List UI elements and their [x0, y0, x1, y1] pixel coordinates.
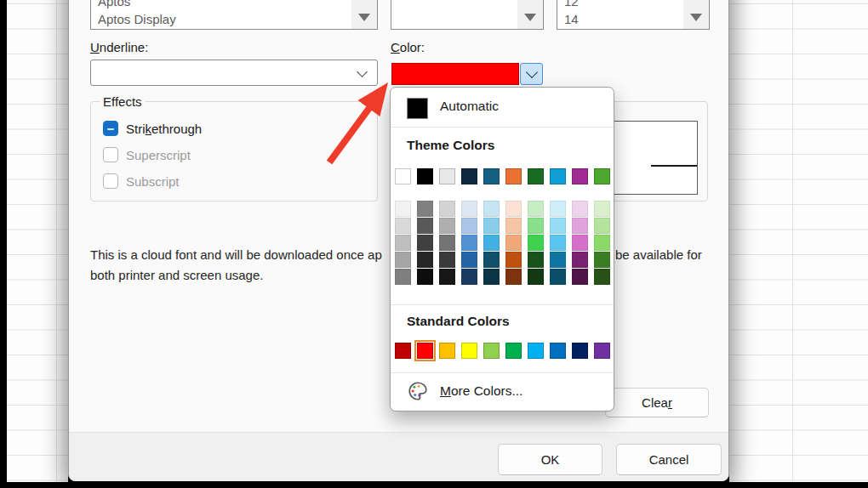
- theme-variant-swatch[interactable]: [461, 235, 477, 251]
- size-list-scrollbar[interactable]: [683, 0, 709, 29]
- theme-variant-swatch[interactable]: [461, 252, 477, 268]
- standard-color-swatch-selected[interactable]: [417, 343, 433, 359]
- size-list-item[interactable]: 14: [557, 10, 682, 28]
- standard-color-swatch[interactable]: [483, 343, 500, 359]
- font-list-item[interactable]: Aptos Display: [91, 10, 350, 28]
- theme-variant-swatch[interactable]: [417, 235, 433, 251]
- standard-color-swatch[interactable]: [395, 343, 411, 359]
- color-dropdown-button[interactable]: [520, 63, 543, 85]
- divider: [391, 127, 614, 128]
- theme-variant-swatch[interactable]: [550, 218, 566, 234]
- theme-variant-swatch[interactable]: [483, 252, 500, 268]
- font-style-listbox[interactable]: [391, 0, 544, 30]
- theme-variant-swatch[interactable]: [594, 269, 610, 285]
- theme-color-swatch[interactable]: [417, 168, 433, 184]
- theme-variant-swatch[interactable]: [572, 218, 588, 234]
- theme-color-swatch[interactable]: [483, 168, 500, 184]
- clear-button[interactable]: Clear: [605, 388, 709, 417]
- theme-color-swatch[interactable]: [505, 168, 522, 184]
- theme-variant-swatch[interactable]: [417, 201, 433, 217]
- theme-variant-swatch[interactable]: [528, 218, 544, 234]
- theme-variant-swatch[interactable]: [439, 235, 455, 251]
- theme-color-swatch[interactable]: [395, 168, 411, 184]
- theme-color-swatch[interactable]: [439, 168, 455, 184]
- standard-color-swatch[interactable]: [505, 343, 522, 359]
- theme-variant-swatch[interactable]: [395, 201, 411, 217]
- theme-color-swatch[interactable]: [461, 168, 477, 184]
- scroll-down-arrow-icon[interactable]: [358, 14, 370, 21]
- theme-colors-row: [395, 168, 610, 184]
- theme-variant-swatch[interactable]: [483, 269, 500, 285]
- theme-variant-swatch[interactable]: [505, 252, 522, 268]
- theme-variant-swatch[interactable]: [550, 201, 566, 217]
- theme-variant-swatch[interactable]: [505, 269, 522, 285]
- current-color-swatch[interactable]: [391, 63, 519, 85]
- theme-variant-swatch[interactable]: [528, 252, 544, 268]
- theme-variant-swatch[interactable]: [439, 269, 455, 285]
- cancel-button[interactable]: Cancel: [616, 444, 722, 475]
- theme-variant-swatch[interactable]: [594, 218, 610, 234]
- theme-variant-swatch[interactable]: [594, 201, 610, 217]
- underline-combobox[interactable]: [90, 60, 378, 86]
- theme-variant-swatch[interactable]: [594, 252, 610, 268]
- theme-variant-swatch[interactable]: [572, 269, 588, 285]
- theme-variant-swatch[interactable]: [483, 201, 500, 217]
- theme-variant-swatch[interactable]: [505, 218, 522, 234]
- more-colors-item[interactable]: More Colors...: [391, 377, 614, 409]
- theme-variant-swatch[interactable]: [417, 252, 433, 268]
- font-size-listbox[interactable]: 12 14: [557, 0, 710, 30]
- chevron-down-icon[interactable]: [357, 66, 368, 77]
- theme-variant-swatch[interactable]: [594, 235, 610, 251]
- theme-variant-swatch[interactable]: [439, 252, 455, 268]
- scroll-down-arrow-icon[interactable]: [690, 14, 702, 21]
- font-style-scrollbar[interactable]: [517, 0, 543, 29]
- theme-variant-swatch[interactable]: [395, 269, 411, 285]
- standard-color-swatch[interactable]: [594, 343, 610, 359]
- standard-color-swatch[interactable]: [461, 343, 477, 359]
- cloud-font-note-line2: both printer and screen usage.: [90, 268, 263, 282]
- theme-color-swatch[interactable]: [594, 168, 610, 184]
- font-list-scrollbar[interactable]: [351, 0, 377, 29]
- size-list-item[interactable]: 12: [557, 0, 682, 10]
- theme-variant-swatch[interactable]: [528, 269, 544, 285]
- standard-color-swatch[interactable]: [572, 343, 588, 359]
- theme-variant-swatch[interactable]: [572, 201, 588, 217]
- standard-colors-row: [395, 343, 610, 359]
- theme-variant-swatch[interactable]: [528, 201, 544, 217]
- theme-variant-swatch[interactable]: [417, 218, 433, 234]
- theme-variant-swatch[interactable]: [572, 252, 588, 268]
- theme-variant-swatch[interactable]: [417, 269, 433, 285]
- theme-variant-swatch[interactable]: [395, 252, 411, 268]
- font-listbox[interactable]: Aptos Aptos Display: [90, 0, 378, 30]
- standard-color-swatch[interactable]: [439, 343, 455, 359]
- standard-color-swatch[interactable]: [528, 343, 544, 359]
- theme-variant-swatch[interactable]: [505, 201, 522, 217]
- dialog-footer: OK Cancel: [69, 432, 728, 481]
- automatic-color-item[interactable]: Automatic: [391, 93, 614, 125]
- theme-variant-swatch[interactable]: [483, 218, 500, 234]
- theme-variant-swatch[interactable]: [550, 252, 566, 268]
- theme-color-swatch[interactable]: [550, 168, 566, 184]
- theme-color-swatch[interactable]: [572, 168, 588, 184]
- theme-variant-swatch[interactable]: [395, 218, 411, 234]
- theme-color-swatch[interactable]: [528, 168, 544, 184]
- theme-variant-swatch[interactable]: [483, 235, 500, 251]
- theme-variant-swatch[interactable]: [550, 269, 566, 285]
- theme-variant-swatch[interactable]: [461, 201, 477, 217]
- theme-variant-swatch[interactable]: [528, 235, 544, 251]
- ok-button[interactable]: OK: [498, 444, 602, 475]
- theme-variant-swatch[interactable]: [572, 235, 588, 251]
- scroll-down-arrow-icon[interactable]: [524, 14, 536, 21]
- standard-color-swatch[interactable]: [550, 343, 566, 359]
- theme-variant-swatch[interactable]: [439, 218, 455, 234]
- theme-variant-swatch[interactable]: [439, 201, 455, 217]
- theme-variant-swatch[interactable]: [505, 235, 522, 251]
- strikethrough-row[interactable]: Strikethrough: [103, 120, 202, 137]
- theme-variant-swatch[interactable]: [461, 269, 477, 285]
- theme-variant-swatch[interactable]: [550, 235, 566, 251]
- theme-variant-swatch[interactable]: [395, 235, 411, 251]
- strikethrough-checkbox[interactable]: [103, 121, 118, 136]
- font-list-item[interactable]: Aptos: [91, 0, 350, 10]
- theme-variant-swatch[interactable]: [461, 218, 477, 234]
- preview-strikethrough-line: [651, 165, 697, 167]
